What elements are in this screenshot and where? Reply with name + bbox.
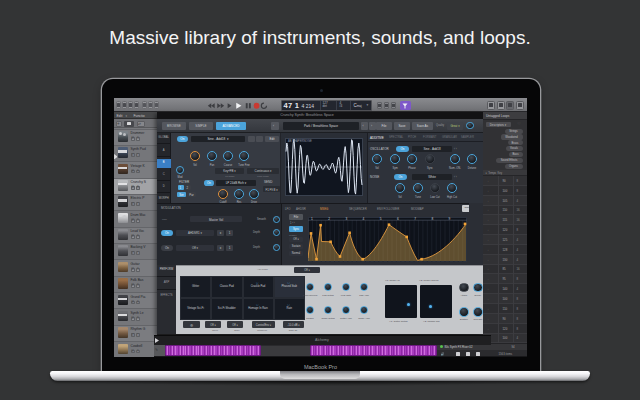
- svg-text:2: 2: [328, 217, 330, 221]
- svg-text:7: 7: [414, 217, 416, 221]
- svg-text:6: 6: [397, 217, 399, 221]
- svg-text:3: 3: [345, 217, 347, 221]
- svg-text:5: 5: [380, 217, 382, 221]
- svg-text:4: 4: [363, 217, 365, 221]
- svg-text:9: 9: [449, 217, 451, 221]
- svg-text:1: 1: [311, 217, 313, 221]
- svg-text:8: 8: [431, 217, 433, 221]
